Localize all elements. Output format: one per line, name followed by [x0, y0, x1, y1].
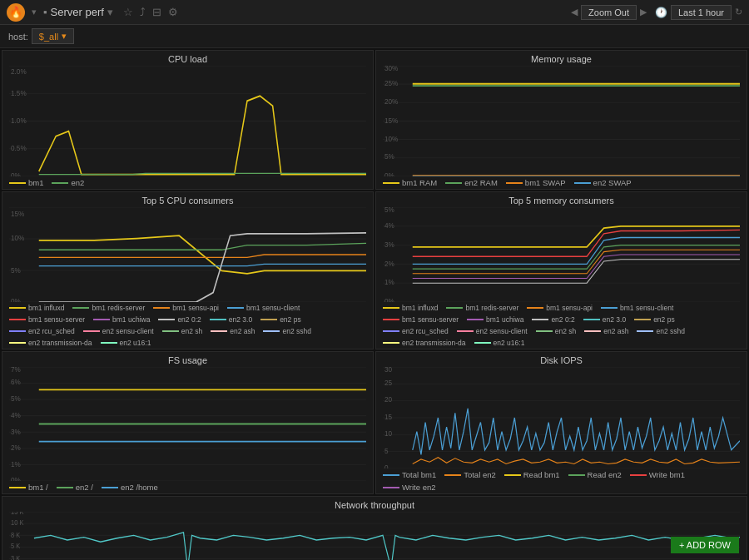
cpu-load-panel: CPU load 0% 0.5% 1.0% 1.5% 2.0% — [2, 50, 374, 190]
disk-iops-chart: 0 5 10 15 20 25 30 22:05 22:10 22:15 22:… — [383, 367, 740, 468]
title-dropdown: ▾ — [107, 6, 113, 18]
hostbar: host: $_all ▾ — [0, 25, 749, 48]
zoom-forward-icon[interactable]: ▶ — [640, 7, 647, 17]
svg-text:0%: 0% — [11, 171, 21, 176]
svg-text:1.0%: 1.0% — [11, 116, 27, 125]
host-selector[interactable]: $_all ▾ — [32, 28, 74, 44]
svg-text:2%: 2% — [384, 259, 394, 268]
svg-text:15: 15 — [384, 413, 392, 421]
memory-usage-panel: Memory usage 0% 5% 10% 15% 20% 25% 30% — [375, 50, 747, 190]
svg-text:0.5%: 0.5% — [11, 143, 27, 152]
svg-text:0%: 0% — [11, 297, 21, 302]
host-label: host: — [8, 32, 28, 42]
svg-text:1%: 1% — [11, 459, 21, 468]
fs-usage-title: FS usage — [9, 355, 366, 365]
dashboard-title: ▪ Server perf ▾ — [43, 6, 113, 18]
disk-iops-svg: 0 5 10 15 20 25 30 22:05 22:10 22:15 22:… — [383, 367, 740, 468]
top5-memory-panel: Top 5 memory consumers 0% 1% 2% 3% 4% 5% — [375, 191, 747, 349]
svg-text:2%: 2% — [11, 443, 21, 452]
cpu-load-chart: 0% 0.5% 1.0% 1.5% 2.0% 22:05 22:10 22:15… — [9, 66, 366, 176]
time-range-button[interactable]: Last 1 hour — [671, 5, 732, 20]
svg-text:1%: 1% — [384, 278, 394, 287]
svg-text:6%: 6% — [11, 377, 21, 386]
svg-text:5%: 5% — [11, 265, 21, 275]
network-throughput-svg: -2 K 0 3 K 5 K 8 K 10 K 13 K 22:05 22:10… — [9, 512, 740, 560]
svg-text:0%: 0% — [384, 297, 394, 302]
svg-text:3%: 3% — [384, 240, 394, 249]
svg-text:15%: 15% — [384, 116, 398, 125]
cpu-load-legend: bm1 en2 — [9, 178, 366, 187]
svg-text:10: 10 — [384, 429, 392, 438]
refresh-icon[interactable]: ↻ — [735, 7, 742, 17]
svg-text:3%: 3% — [11, 427, 21, 436]
zoom-back-icon[interactable]: ◀ — [571, 7, 578, 17]
disk-iops-title: Disk IOPS — [383, 355, 740, 365]
top5-cpu-panel: Top 5 CPU consumers 0% 5% 10% 15% — [2, 191, 374, 349]
cpu-load-svg: 0% 0.5% 1.0% 1.5% 2.0% 22:05 22:10 22:15… — [9, 66, 366, 176]
svg-text:10 K: 10 K — [11, 518, 24, 527]
topbar-icons: ☆ ⤴ ⊟ ⚙ — [123, 6, 178, 18]
svg-text:5%: 5% — [384, 207, 394, 214]
svg-text:0%: 0% — [384, 171, 394, 176]
topbar-right: ◀ Zoom Out ▶ 🕐 Last 1 hour ↻ — [571, 5, 742, 20]
memory-usage-title: Memory usage — [383, 54, 740, 64]
top5-memory-title: Top 5 memory consumers — [383, 196, 740, 206]
fs-usage-chart: 0% 1% 2% 3% 4% 5% 6% 7% 22:05 22:10 22:1… — [9, 367, 366, 481]
svg-text:2.0%: 2.0% — [11, 67, 27, 76]
grafana-logo: 🔥 — [7, 3, 25, 22]
svg-text:5 K: 5 K — [11, 543, 21, 551]
top5-cpu-legend: bm1 influxd bm1 redis-server bm1 sensu-a… — [9, 304, 366, 347]
svg-text:8 K: 8 K — [11, 531, 21, 539]
memory-usage-chart: 0% 5% 10% 15% 20% 25% 30% 22:05 22:10 22… — [383, 66, 740, 176]
svg-text:5: 5 — [384, 447, 389, 455]
svg-text:25%: 25% — [384, 79, 398, 88]
svg-text:4%: 4% — [384, 221, 394, 230]
memory-usage-svg: 0% 5% 10% 15% 20% 25% 30% 22:05 22:10 22… — [383, 66, 740, 176]
svg-text:10%: 10% — [11, 233, 25, 242]
svg-text:4%: 4% — [11, 410, 21, 419]
svg-text:3 K: 3 K — [11, 555, 21, 560]
topbar: 🔥 ▾ ▪ Server perf ▾ ☆ ⤴ ⊟ ⚙ ◀ Zoom Out ▶… — [0, 0, 749, 25]
disk-iops-panel: Disk IOPS 0 5 10 15 20 25 30 — [375, 351, 747, 494]
cpu-load-title: CPU load — [9, 54, 366, 64]
top5-memory-chart: 0% 1% 2% 3% 4% 5% 22:05 22:10 22:15 22:2… — [383, 207, 740, 302]
svg-text:20: 20 — [384, 395, 392, 404]
clock-icon: 🕐 — [655, 7, 667, 18]
svg-text:13 K: 13 K — [11, 512, 24, 517]
fs-usage-panel: FS usage 0% 1% 2% 3% 4% 5% 6% 7% — [2, 351, 374, 494]
top5-cpu-chart: 0% 5% 10% 15% 22:05 22:10 22:15 22:2 — [9, 207, 366, 302]
dropdown-arrow: ▾ — [32, 7, 37, 17]
svg-text:5%: 5% — [11, 394, 21, 403]
add-row-button[interactable]: + ADD ROW — [671, 537, 739, 553]
svg-text:1.5%: 1.5% — [11, 89, 27, 98]
svg-text:30%: 30% — [384, 66, 398, 72]
settings-icon[interactable]: ⚙ — [168, 6, 178, 18]
svg-text:5%: 5% — [384, 152, 394, 161]
memory-usage-legend: bm1 RAM en2 RAM bm1 SWAP en2 SWAP — [383, 178, 740, 187]
svg-text:0: 0 — [384, 463, 389, 468]
network-throughput-panel: Network throughput -2 K 0 3 K 5 K 8 K 10… — [2, 496, 747, 560]
svg-text:25: 25 — [384, 379, 392, 387]
zoom-out-button[interactable]: Zoom Out — [581, 5, 637, 20]
svg-text:20%: 20% — [384, 97, 398, 106]
network-throughput-chart: -2 K 0 3 K 5 K 8 K 10 K 13 K 22:05 22:10… — [9, 512, 740, 560]
server-icon: ▪ — [43, 6, 47, 18]
svg-text:30: 30 — [384, 367, 392, 374]
svg-text:10%: 10% — [384, 134, 398, 143]
fs-usage-svg: 0% 1% 2% 3% 4% 5% 6% 7% 22:05 22:10 22:1… — [9, 367, 366, 481]
svg-text:0%: 0% — [11, 476, 21, 481]
top5-memory-svg: 0% 1% 2% 3% 4% 5% 22:05 22:10 22:15 22:2… — [383, 207, 740, 302]
top5-cpu-title: Top 5 CPU consumers — [9, 196, 366, 206]
save-icon[interactable]: ⊟ — [152, 6, 161, 18]
top5-memory-legend: bm1 influxd bm1 redis-server bm1 sensu-a… — [383, 304, 740, 347]
disk-iops-legend: Total bm1 Total en2 Read bm1 Read en2 Wr… — [383, 470, 740, 492]
star-icon[interactable]: ☆ — [123, 6, 133, 18]
share-icon[interactable]: ⤴ — [140, 6, 146, 18]
network-throughput-title: Network throughput — [9, 500, 740, 510]
zoom-controls: ◀ Zoom Out ▶ — [571, 5, 647, 20]
svg-text:7%: 7% — [11, 367, 21, 374]
svg-text:15%: 15% — [11, 210, 25, 219]
fs-usage-legend: bm1 / en2 / en2 /home — [9, 483, 366, 492]
top5-cpu-svg: 0% 5% 10% 15% 22:05 22:10 22:15 22:2 — [9, 207, 366, 302]
